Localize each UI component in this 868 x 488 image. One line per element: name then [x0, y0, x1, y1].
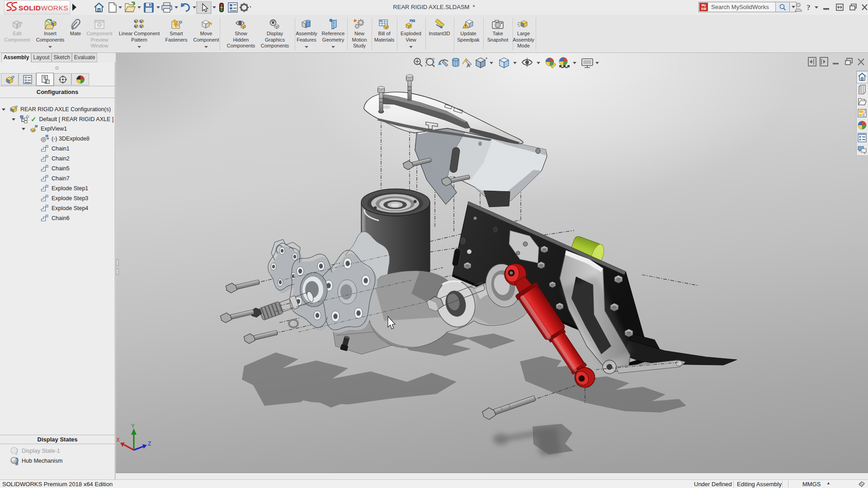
svg-text:Y: Y: [131, 423, 135, 429]
svg-text:Z: Z: [148, 441, 151, 447]
svg-text:A: A: [467, 63, 470, 68]
svg-text:X: X: [116, 437, 120, 443]
svg-text:?: ?: [807, 3, 811, 12]
